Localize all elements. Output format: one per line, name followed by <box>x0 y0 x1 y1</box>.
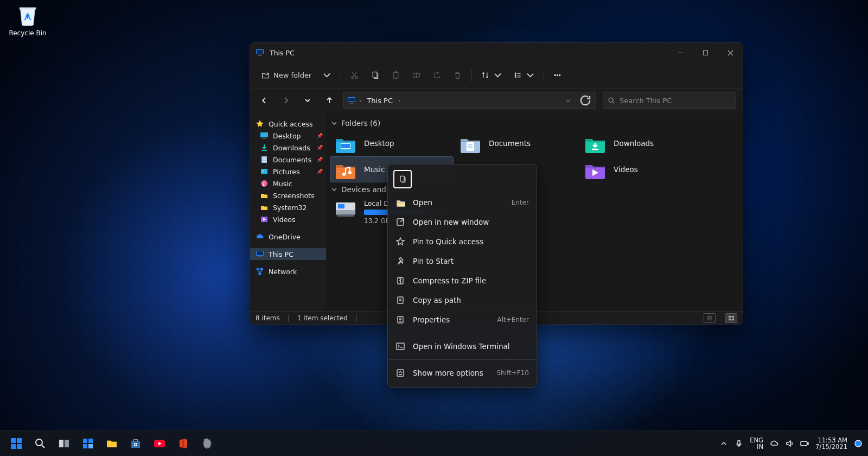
folder-item-downloads[interactable]: Downloads <box>580 131 703 156</box>
sidebar-item-downloads[interactable]: Downloads 📌 <box>250 142 326 154</box>
taskbar-store[interactable] <box>125 433 146 454</box>
taskbar-clock[interactable]: 11:53 AM7/15/2021 <box>815 437 847 450</box>
context-menu-item[interactable]: Open Enter <box>388 193 537 212</box>
breadcrumb-segment[interactable]: This PC <box>365 97 395 105</box>
details-view-button[interactable] <box>704 313 716 323</box>
folder-item-videos[interactable]: Videos <box>580 157 703 182</box>
context-menu-item[interactable]: Pin to Start <box>388 251 537 271</box>
tiles-view-button[interactable] <box>725 313 737 323</box>
titlebar[interactable]: This PC <box>250 43 743 62</box>
view-button[interactable] <box>509 66 539 85</box>
context-copy-button[interactable] <box>393 170 412 188</box>
sidebar-quick-access[interactable]: Quick access <box>250 118 326 130</box>
arrow-right-icon <box>282 96 290 105</box>
search-button[interactable] <box>29 433 51 454</box>
chevron-down-icon <box>330 120 338 126</box>
svg-rect-69 <box>134 445 136 446</box>
svg-rect-66 <box>88 444 93 448</box>
svg-rect-74 <box>801 441 807 445</box>
delete-button[interactable] <box>449 66 467 85</box>
sidebar-item-desktop[interactable]: Desktop 📌 <box>250 130 326 142</box>
volume-icon[interactable] <box>785 439 794 448</box>
task-view-button[interactable] <box>53 433 75 454</box>
context-menu-item[interactable]: Open in new window <box>388 212 537 232</box>
taskbar-youtube[interactable] <box>149 433 170 454</box>
rename-button[interactable] <box>407 66 426 85</box>
context-menu-item[interactable]: Pin to Quick access <box>388 232 537 251</box>
search-box[interactable] <box>603 92 736 109</box>
desktop-icon-recycle-bin[interactable]: Recycle Bin <box>7 2 49 37</box>
taskbar-settings[interactable] <box>196 433 218 454</box>
sidebar-item-documents[interactable]: Documents 📌 <box>250 154 326 166</box>
folder-icon <box>260 191 269 200</box>
task-view-icon <box>58 437 71 450</box>
context-menu-item[interactable]: Show more options Shift+F10 <box>388 363 537 383</box>
widgets-button[interactable] <box>77 433 99 454</box>
paste-icon <box>391 71 400 80</box>
svg-point-26 <box>263 185 265 186</box>
nav-forward-button[interactable] <box>278 93 293 108</box>
context-menu-item[interactable]: Open in Windows Terminal <box>388 337 537 356</box>
nav-up-button[interactable] <box>322 93 337 108</box>
microphone-icon[interactable] <box>735 439 743 448</box>
svg-point-13 <box>554 74 556 75</box>
sidebar-item-system32[interactable]: System32 <box>250 201 326 213</box>
chevron-up-icon[interactable] <box>719 439 728 448</box>
sidebar-item-videos[interactable]: Videos <box>250 213 326 225</box>
sort-button[interactable] <box>476 66 507 85</box>
address-dropdown-button[interactable] <box>561 93 575 108</box>
sidebar-item-screenshots[interactable]: Screenshots <box>250 189 326 201</box>
context-menu-label: Open <box>413 198 432 207</box>
new-dropdown-button[interactable] <box>318 66 336 85</box>
nav-back-button[interactable] <box>257 93 272 108</box>
music-icon <box>260 179 269 188</box>
sidebar-item-pictures[interactable]: Pictures 📌 <box>250 166 326 178</box>
folder-item-documents[interactable]: Documents <box>455 131 578 156</box>
address-bar[interactable]: › This PC › <box>343 92 596 109</box>
sidebar-item-label: Screenshots <box>273 192 314 200</box>
sidebar-network[interactable]: Network <box>250 265 326 277</box>
nav-recent-button[interactable] <box>300 93 315 108</box>
desktop-icon <box>260 131 269 140</box>
window-close-button[interactable] <box>718 43 743 62</box>
context-menu-item[interactable]: Compress to ZIP file <box>388 271 537 290</box>
battery-icon[interactable] <box>800 439 809 448</box>
context-menu-item[interactable]: Properties Alt+Enter <box>388 310 537 330</box>
breadcrumb-chevron[interactable]: › <box>398 97 400 104</box>
refresh-button[interactable] <box>578 93 592 108</box>
folder-item-desktop[interactable]: Desktop <box>330 131 453 156</box>
pin-icon: 📌 <box>317 169 323 174</box>
svg-rect-48 <box>732 318 734 320</box>
more-button[interactable] <box>548 66 567 85</box>
taskbar-language[interactable]: ENGIN <box>750 437 763 450</box>
cut-button[interactable] <box>346 66 364 85</box>
sidebar-onedrive[interactable]: OneDrive <box>250 231 326 243</box>
sidebar-item-music[interactable]: Music <box>250 178 326 189</box>
start-button[interactable] <box>5 433 27 454</box>
this-pc-icon <box>347 96 356 105</box>
notifications-icon[interactable] <box>854 439 863 448</box>
window-maximize-button[interactable] <box>693 43 718 62</box>
taskbar-file-explorer[interactable] <box>101 433 123 454</box>
share-button[interactable] <box>428 66 446 85</box>
copy-button[interactable] <box>366 66 385 85</box>
context-menu-item[interactable]: Copy as path <box>388 290 537 310</box>
onedrive-tray-icon[interactable] <box>770 439 778 448</box>
svg-rect-21 <box>263 138 266 139</box>
svg-rect-35 <box>341 144 350 148</box>
group-count: 6 <box>373 119 378 128</box>
breadcrumb-chevron[interactable]: › <box>359 97 361 104</box>
window-minimize-button[interactable] <box>668 43 693 62</box>
navigation-pane: Quick access Desktop 📌 Downloads 📌 Docum… <box>250 112 326 311</box>
search-input[interactable] <box>620 97 731 105</box>
group-header-folders[interactable]: Folders (6) <box>330 119 736 128</box>
paste-button[interactable] <box>387 66 405 85</box>
taskbar-office[interactable] <box>173 433 194 454</box>
youtube-icon <box>153 437 166 450</box>
folder-label: Documents <box>489 139 531 148</box>
svg-rect-7 <box>393 72 398 78</box>
sidebar-this-pc[interactable]: This PC <box>250 248 326 260</box>
new-folder-button[interactable]: New folder <box>257 66 316 85</box>
chevron-down-icon <box>493 71 502 80</box>
separator <box>341 69 341 81</box>
